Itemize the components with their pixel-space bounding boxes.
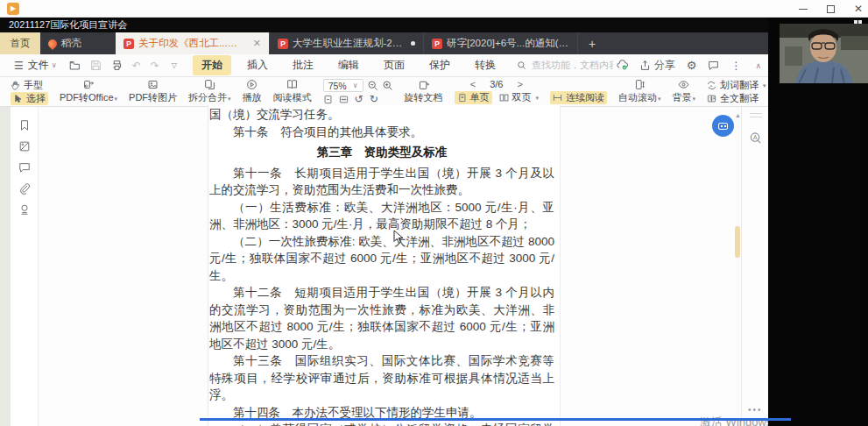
document-tab-0[interactable]: P关于印发《西北工...》的通知.pdf✕ xyxy=(116,32,270,54)
sidebar-handle-icon[interactable] xyxy=(750,110,762,120)
doc-line-10: 第十二条 短期项目适用于学生出国（境）开展 3 个月以内 xyxy=(209,284,554,302)
fit-page-icon[interactable] xyxy=(323,95,333,104)
rotate-right-icon[interactable]: ↻ xyxy=(370,94,378,104)
screen: ▶ ✕ 20211127国际化项目宣讲会 首页 稻壳 P关于印发《西北工...》… xyxy=(0,0,868,426)
word-translate-button[interactable]: a 划词翻译▾ xyxy=(707,79,766,92)
bookmark-icon[interactable] xyxy=(18,119,31,131)
pdf-to-image-button[interactable]: PDF转图片 xyxy=(129,79,177,104)
sidebar-collapse-icon[interactable]: ▲ xyxy=(735,112,741,118)
os-titlebar: ▶ ✕ xyxy=(0,0,868,18)
background-button[interactable]: 背景▾ xyxy=(673,79,696,104)
fit-width-icon[interactable] xyxy=(339,95,349,104)
single-page-icon xyxy=(457,93,467,103)
share-button[interactable]: 分享 xyxy=(639,58,675,73)
split-merge-button[interactable]: 拆分合并▾ xyxy=(188,79,231,104)
pdf-page-text: 国（境）交流学习任务。第十条 符合项目的其他具体要求。第三章 资助类型及标准第十… xyxy=(209,106,554,426)
doc-line-11: 的交流学习，资助范围为一次性旅费，标准为欧美、大洋洲、非 xyxy=(209,302,554,319)
page-indicator[interactable]: 3/6 xyxy=(490,79,503,89)
rotate-left-icon[interactable]: ↺ xyxy=(355,94,363,104)
print-icon[interactable] xyxy=(111,60,123,71)
hamburger-icon[interactable]: ☰ xyxy=(14,60,24,72)
menu-item-编辑[interactable]: 编辑 xyxy=(329,55,368,75)
tab-home[interactable]: 首页 xyxy=(0,32,40,54)
menu-item-转换[interactable]: 转换 xyxy=(466,55,505,75)
feedback-icon[interactable] xyxy=(708,60,719,71)
doc-line-18: （一）曾获得国家（或学校）公派留学资格，未经国家留学 xyxy=(209,421,554,426)
os-close-button[interactable]: ✕ xyxy=(854,4,863,13)
pdf-to-office-button[interactable]: PDF转Office▾ xyxy=(60,79,117,104)
recorder-app-icon: ▶ xyxy=(7,3,19,15)
open-folder-icon[interactable] xyxy=(69,60,81,71)
menu-item-开始[interactable]: 开始 xyxy=(193,55,231,75)
hand-icon xyxy=(11,81,20,90)
zoom-level-select[interactable]: 75%∨ xyxy=(323,79,363,92)
share-icon xyxy=(639,60,651,71)
next-page-button[interactable]: > xyxy=(517,79,522,89)
read-mode-button[interactable]: 阅读模式 xyxy=(273,79,312,104)
document-tab-2[interactable]: P研字[2020]+6号...的通知(签章).pdf xyxy=(424,32,578,54)
cloud-sync-icon[interactable] xyxy=(617,60,628,71)
double-page-button[interactable]: 双页▾ xyxy=(499,91,540,104)
thumbnail-icon[interactable] xyxy=(18,140,31,153)
word-translate-icon: a xyxy=(707,81,716,90)
settings-gear-icon[interactable]: ⚙ xyxy=(687,60,697,71)
menu-item-插入[interactable]: 插入 xyxy=(238,55,277,75)
auto-scroll-button[interactable]: 自动滚动▾ xyxy=(618,79,661,104)
wps-assistant-button[interactable] xyxy=(712,115,734,137)
customize-toolbar-icon[interactable]: ▽ xyxy=(172,61,177,69)
single-page-button[interactable]: 单页 xyxy=(455,91,492,104)
os-minimize-button[interactable] xyxy=(799,9,808,10)
webcam-video[interactable] xyxy=(780,24,868,83)
search-box[interactable]: 查找功能，文档内容 xyxy=(517,59,613,72)
sidebar-more-icon[interactable]: ••• xyxy=(748,405,763,415)
menu-item-页面[interactable]: 页面 xyxy=(375,55,413,75)
os-maximize-button[interactable] xyxy=(827,5,835,13)
undo-icon[interactable]: ↶ xyxy=(132,60,141,71)
full-translate-button[interactable]: 文A 全文翻译 xyxy=(707,92,766,105)
menu-item-批注[interactable]: 批注 xyxy=(284,55,322,75)
redo-icon[interactable]: ↷ xyxy=(151,60,159,71)
play-button[interactable]: 播放 xyxy=(243,79,262,104)
continuous-read-button[interactable]: 连续阅读 xyxy=(550,91,607,104)
more-menu-icon[interactable]: ⋮ xyxy=(730,60,741,71)
scrollbar-thumb[interactable] xyxy=(735,226,740,258)
new-tab-button[interactable]: + xyxy=(578,32,606,54)
rotate-doc-button[interactable]: 旋转文档 xyxy=(405,79,443,104)
document-scrollbar[interactable] xyxy=(735,107,740,426)
eye-icon xyxy=(678,79,689,90)
double-page-icon xyxy=(499,93,509,103)
pdf-file-icon: P xyxy=(123,39,134,49)
collapse-ribbon-icon[interactable]: ∧ xyxy=(755,61,761,70)
hand-tool-button[interactable]: 手型 xyxy=(11,79,48,92)
doc-line-8: 元/生；独联体国家不超过 6000 元/生；亚洲地区不超过 3000 元/ xyxy=(209,250,554,267)
tab-close-icon[interactable]: ✕ xyxy=(253,38,261,49)
cursor-icon xyxy=(13,94,23,103)
zoom-out-icon[interactable] xyxy=(367,80,378,91)
doc-line-5: （一）生活费标准：欧美、大洋洲地区：5000 元/生·月、亚 xyxy=(209,199,554,217)
doc-line-0: 国（境）交流学习任务。 xyxy=(209,106,554,124)
rotate-doc-icon xyxy=(418,79,429,90)
pdf-file-icon: P xyxy=(278,39,288,49)
doc-line-1: 第十条 符合项目的其他具体要求。 xyxy=(209,124,554,141)
menu-item-保护[interactable]: 保护 xyxy=(420,55,459,75)
tab-docer[interactable]: 稻壳 xyxy=(40,32,116,54)
comment-icon[interactable] xyxy=(18,161,31,174)
right-sidebar: ▲ A ••• xyxy=(741,107,768,426)
attachment-icon[interactable] xyxy=(18,182,31,195)
document-tab-1[interactable]: P大学生职业生涯规划-2021春季学期 xyxy=(270,32,424,54)
search-placeholder: 查找功能，文档内容 xyxy=(532,59,613,72)
split-merge-icon xyxy=(204,79,215,90)
full-translate-icon: 文A xyxy=(707,94,716,103)
prev-page-button[interactable]: < xyxy=(470,79,476,89)
select-tool-button[interactable]: 选择 xyxy=(11,92,48,105)
stamp-icon[interactable] xyxy=(18,203,31,216)
zoom-in-icon[interactable] xyxy=(382,80,393,91)
save-icon[interactable] xyxy=(90,60,102,71)
robot-icon xyxy=(718,123,728,130)
file-menu[interactable]: 文件 xyxy=(28,58,49,73)
doc-line-7: （二）一次性旅费标准: 欧美、大洋洲、非洲地区不超过 8000 xyxy=(209,233,554,251)
pdf-file-icon: P xyxy=(432,39,442,49)
doc-line-13: 地区不超过 3000 元/生。 xyxy=(209,336,554,353)
search-icon xyxy=(517,60,526,70)
translate-search-icon[interactable]: A xyxy=(749,131,762,145)
